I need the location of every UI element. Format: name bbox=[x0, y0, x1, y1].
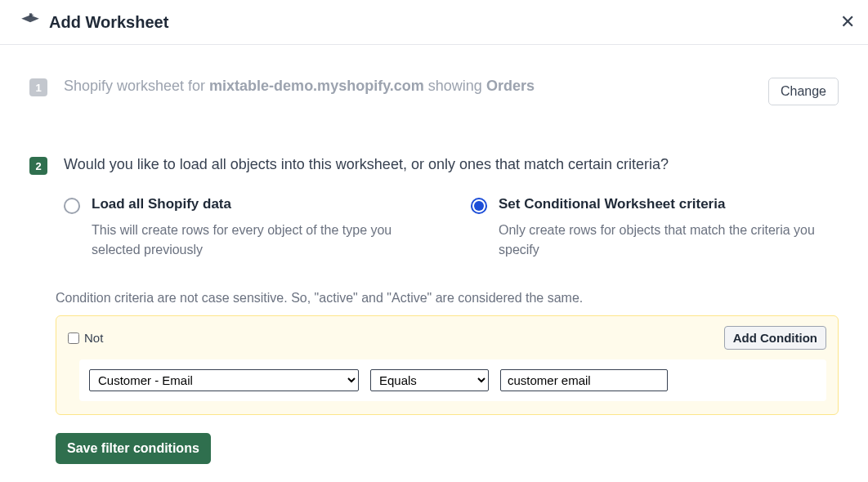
option-load-all[interactable]: Load all Shopify data This will create r… bbox=[64, 196, 432, 260]
radio-load-all[interactable] bbox=[64, 198, 80, 214]
not-toggle[interactable]: Not bbox=[68, 331, 103, 345]
not-label: Not bbox=[84, 331, 103, 345]
criteria-note: Condition criteria are not case sensitiv… bbox=[56, 291, 839, 306]
dialog-header: Add Worksheet bbox=[0, 0, 868, 45]
save-filter-conditions-button[interactable]: Save filter conditions bbox=[56, 433, 211, 464]
close-button[interactable]: ✕ bbox=[839, 11, 857, 33]
radio-conditional[interactable] bbox=[471, 198, 487, 214]
dialog-content: 1 Shopify worksheet for mixtable-demo.my… bbox=[0, 45, 868, 482]
change-button[interactable]: Change bbox=[768, 78, 839, 105]
option-load-all-desc: This will create rows for every object o… bbox=[92, 221, 432, 260]
step-1-object: Orders bbox=[486, 78, 535, 94]
step-2: 2 Would you like to load all objects int… bbox=[29, 138, 839, 472]
condition-box-header: Not Add Condition bbox=[68, 326, 826, 350]
condition-value-input[interactable] bbox=[500, 369, 668, 391]
option-conditional-title: Set Conditional Worksheet criteria bbox=[499, 196, 839, 212]
option-load-all-title: Load all Shopify data bbox=[92, 196, 432, 212]
dialog-title: Add Worksheet bbox=[49, 13, 168, 32]
step-1-middle: showing bbox=[424, 78, 486, 94]
step-2-body: Would you like to load all objects into … bbox=[64, 156, 839, 464]
step-1-number: 1 bbox=[29, 78, 47, 96]
step-2-number: 2 bbox=[29, 157, 47, 175]
add-worksheet-dialog: Add Worksheet ✕ 1 Shopify worksheet for … bbox=[0, 0, 868, 482]
option-conditional[interactable]: Set Conditional Worksheet criteria Only … bbox=[471, 196, 839, 260]
step-2-question: Would you like to load all objects into … bbox=[64, 156, 839, 173]
step-1-prefix: Shopify worksheet for bbox=[64, 78, 209, 94]
not-checkbox[interactable] bbox=[68, 332, 79, 344]
condition-operator-select[interactable]: Equals bbox=[370, 369, 489, 391]
add-condition-button[interactable]: Add Condition bbox=[724, 326, 826, 350]
condition-box: Not Add Condition Customer - Email Equal… bbox=[56, 315, 839, 415]
load-options: Load all Shopify data This will create r… bbox=[64, 196, 839, 260]
step-1: 1 Shopify worksheet for mixtable-demo.my… bbox=[29, 60, 839, 138]
option-conditional-desc: Only create rows for objects that match … bbox=[499, 221, 839, 260]
step-1-summary: Shopify worksheet for mixtable-demo.mysh… bbox=[64, 78, 752, 95]
condition-field-select[interactable]: Customer - Email bbox=[89, 369, 359, 391]
close-icon: ✕ bbox=[840, 11, 855, 32]
worksheet-icon bbox=[20, 11, 41, 33]
step-1-domain: mixtable-demo.myshopify.com bbox=[209, 78, 424, 94]
option-conditional-text: Set Conditional Worksheet criteria Only … bbox=[499, 196, 839, 260]
condition-row: Customer - Email Equals bbox=[79, 359, 826, 401]
option-load-all-text: Load all Shopify data This will create r… bbox=[92, 196, 432, 260]
